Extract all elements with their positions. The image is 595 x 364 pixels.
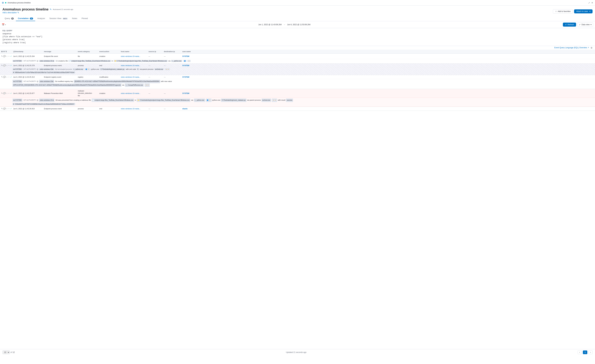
detail-tag: >_ CompatTelRunner.exe [125, 84, 144, 87]
td-timestamp: Jun 6, 2022 @ 11:42:25.877 [12, 92, 43, 94]
tab-analyzer[interactable]: Analyzer [35, 16, 47, 21]
detail-tag: 🖥 SYSTEM [13, 80, 22, 83]
add-to-favorites-button[interactable]: ☆ Add to favorites [553, 9, 573, 14]
th-timestamp[interactable]: @timestamp [12, 51, 43, 53]
add-filter-icon[interactable]: ↕ [6, 92, 7, 94]
td-user: SYSTEM [181, 76, 199, 78]
add-filter-icon[interactable]: ↕ [6, 108, 7, 110]
add-filter-icon[interactable]: ↕ [6, 55, 7, 57]
eql-settings-icon[interactable]: ⚙ [591, 47, 593, 49]
prev-page-button[interactable]: ‹ [578, 350, 582, 354]
detail-tag: >_ python.exe [73, 68, 84, 70]
td-hostname[interactable]: estec-windows-10-nasta... [120, 108, 147, 110]
more-icon[interactable]: ⋯ [8, 64, 10, 67]
td-message: Endpoint process event [43, 108, 77, 110]
eql-code[interactable]: sequence [file where file.extension == "… [2, 32, 593, 44]
table-row[interactable]: ✎ 💬 ↕ ⋯ ✓ Jun 6, 2022 @ 11:42:25.264 End… [0, 54, 595, 59]
add-filter-icon[interactable]: ↕ [6, 64, 7, 67]
expand-icon[interactable]: ✎ [1, 108, 3, 110]
td-message: Endpoint registry event [43, 76, 77, 78]
td-source-ip: — [147, 64, 163, 66]
pin-icon[interactable]: 💬 [3, 55, 6, 57]
tab-session-view[interactable]: Session View BETA [47, 16, 70, 21]
th-source-ip[interactable]: source.ip [147, 51, 163, 53]
calendar-dropdown-icon[interactable]: ▾ [5, 24, 6, 26]
tab-pinned[interactable]: Pinned [79, 16, 90, 21]
edit-title-icon[interactable]: ✎ [50, 8, 52, 11]
pin-icon[interactable]: 💬 [3, 76, 6, 78]
table-row[interactable]: ✎ 💬 ↕ ⋯ ✓ Jun 6, 2022 @ 11:42:25.877 Mal… [0, 89, 595, 98]
tab-query[interactable]: Query 6 [2, 16, 16, 21]
pin-icon[interactable]: 💬 [3, 64, 6, 67]
settings-icon[interactable]: ⚙ [3, 51, 5, 53]
expand-icon[interactable]: ✎ [1, 64, 3, 67]
data-view-button[interactable]: ⤢ Data view ▾ [577, 22, 593, 27]
expand-icon[interactable]: ✎ [1, 92, 3, 94]
td-hostname[interactable]: estec-windows-10-nasta... [120, 92, 147, 94]
th-dest-ip[interactable]: destination.ip [163, 51, 181, 53]
add-tab-icon[interactable]: ⊕ [2, 1, 4, 4]
detail-tag: 🔷 [183, 60, 186, 62]
header-actions: ☆ Add to favorites Attach to case ▾ [553, 9, 593, 14]
event-hash-4: # 559e66074a45750f5244809b316a63c6c09abd… [0, 103, 595, 107]
td-dest-ip: — [163, 76, 181, 78]
per-page-select[interactable]: 12 25 50 [2, 350, 10, 354]
edit-desc-icon[interactable]: ✎ [17, 11, 19, 14]
event-detail-1: 🖥 SYSTEM \ NT AUTHORITY @ estec-windows-… [0, 59, 595, 63]
detail-tag: 🖥 SYSTEM [13, 98, 22, 102]
more-icon[interactable]: ⋯ [8, 76, 10, 78]
add-description-link[interactable]: Add a description ✎ [2, 11, 73, 14]
tab-notes[interactable]: Notes [70, 16, 79, 21]
data-view-icon: ⤢ [579, 23, 581, 26]
th-hostname[interactable]: host.name [120, 51, 147, 53]
td-source-ip: — [147, 76, 163, 78]
td-hostname[interactable]: estec-windows-10-nasta... [120, 64, 147, 66]
td-hostname[interactable]: estec-windows-10-nasta... [120, 55, 147, 57]
td-dest-ip: — [163, 92, 181, 94]
calendar-icon[interactable]: 📅 [2, 23, 4, 26]
page-header: Anomalous process timeline ✎ Autosaved 2… [0, 6, 595, 21]
detail-tag: >_ python.exe [171, 60, 182, 62]
attach-to-case-button[interactable]: Attach to case ▾ [574, 9, 593, 13]
td-action: modification [98, 76, 120, 78]
sort-icon[interactable]: ⇅ [5, 51, 7, 53]
top-bar: ⊕ Anomalous process timeline ⤢ ✕ [0, 0, 595, 6]
footer-left: 12 25 50 of 12 [2, 350, 14, 354]
td-user: SYSTEM [181, 55, 199, 57]
event-group-2: ✎ 💬 ↕ ⋯ ✓ Jun 6, 2022 @ 11:42:25.278 End… [0, 64, 595, 75]
current-page[interactable]: 1 [583, 350, 587, 354]
more-icon[interactable]: ⋯ [8, 55, 10, 57]
next-page-button[interactable]: › [588, 350, 593, 354]
expand-icon[interactable]: ✎ [1, 55, 3, 57]
detail-tag: 🔷 🔸 [206, 98, 212, 102]
td-user: SYSTEM [181, 92, 199, 94]
detail-tag: 🔸🔸 [272, 98, 277, 102]
add-filter-icon[interactable]: ↕ [6, 76, 7, 78]
columns-icon[interactable]: ⊞ [1, 51, 3, 53]
event-detail-3: 🖥 SYSTEM \ NT AUTHORITY @ estec-windows-… [0, 79, 595, 88]
fullscreen-icon[interactable]: ⤢ [588, 1, 590, 4]
detail-tag: estec-windows-10-⊞ [39, 60, 55, 62]
pin-icon[interactable]: 💬 [3, 92, 6, 94]
td-message: Endpoint file event [43, 55, 77, 57]
status-icon: ✓ [10, 108, 12, 110]
refresh-button[interactable]: ↺ Refresh [563, 23, 576, 27]
expand-icon[interactable]: ✎ [1, 76, 3, 78]
eql-overview-link[interactable]: Event Query Language (EQL) Overview ↗ [554, 47, 589, 49]
th-message[interactable]: message [43, 51, 77, 53]
more-icon[interactable]: ⋯ [8, 108, 10, 110]
table-row[interactable]: ✎ 💬 ↕ ⋯ ✓ Jun 6, 2022 @ 11:42:25.313 End… [0, 75, 595, 79]
td-hostname[interactable]: estec-windows-10-nasta... [120, 76, 147, 78]
pin-icon[interactable]: 💬 [3, 108, 6, 110]
more-icon[interactable]: ⋯ [8, 92, 10, 94]
close-icon[interactable]: ✕ [591, 1, 593, 4]
table-row[interactable]: ✎ 💬 ↕ ⋯ ✓ Jun 6, 2022 @ 11:42:25.278 End… [0, 64, 595, 68]
table-row[interactable]: ✎ 💬 ↕ ⋯ ✓ Jun 6, 2022 @ 11:42:26.810 End… [0, 107, 595, 111]
tab-correlation[interactable]: Correlation 12 [16, 16, 35, 21]
status-icon: ✓ [10, 55, 12, 57]
th-category[interactable]: event.category [77, 51, 98, 53]
th-action[interactable]: event.action [98, 51, 120, 53]
td-action: creation [98, 55, 120, 57]
status-icon: ✓ [10, 76, 12, 78]
th-user[interactable]: user.name [181, 51, 199, 53]
